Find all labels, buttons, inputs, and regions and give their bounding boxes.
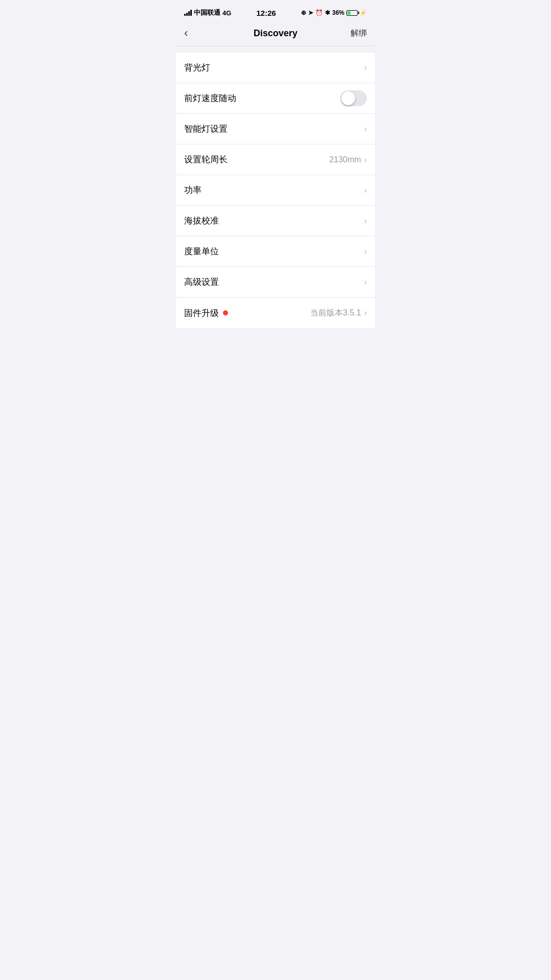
menu-item-right-measurement-unit: › xyxy=(364,247,367,256)
charging-icon: ⚡ xyxy=(360,10,367,16)
menu-label-wheel-circumference: 设置轮周长 xyxy=(184,154,228,165)
network-label: 4G xyxy=(222,9,231,17)
bluetooth-icon: ✱ xyxy=(325,9,330,16)
menu-item-left-measurement-unit: 度量单位 xyxy=(184,246,364,257)
menu-item-right-wheel-circumference: 2130mm› xyxy=(329,155,367,164)
menu-item-power[interactable]: 功率› xyxy=(176,175,375,206)
status-right: ⊕ ➤ ⏰ ✱ 36% ⚡ xyxy=(301,9,367,16)
menu-label-altitude-calibration: 海拔校准 xyxy=(184,215,219,227)
menu-label-front-light-speed: 前灯速度随动 xyxy=(184,92,236,104)
menu-item-smart-light[interactable]: 智能灯设置› xyxy=(176,114,375,144)
unbind-button[interactable]: 解绑 xyxy=(344,28,367,39)
menu-item-right-firmware-upgrade: 当前版本3.5.1› xyxy=(310,308,367,318)
signal-icon xyxy=(184,10,192,16)
page-title: Discovery xyxy=(254,28,297,39)
location-icon: ➤ xyxy=(308,9,313,16)
menu-value-firmware-upgrade: 当前版本3.5.1 xyxy=(310,308,361,318)
chevron-icon-backlight: › xyxy=(364,63,367,72)
toggle-track xyxy=(340,90,367,106)
menu-label-measurement-unit: 度量单位 xyxy=(184,246,219,257)
chevron-icon-smart-light: › xyxy=(364,125,367,134)
menu-item-left-wheel-circumference: 设置轮周长 xyxy=(184,154,329,165)
chevron-icon-altitude-calibration: › xyxy=(364,216,367,226)
menu-label-firmware-upgrade: 固件升级 xyxy=(184,307,219,319)
chevron-icon-advanced-settings: › xyxy=(364,278,367,287)
menu-item-right-front-light-speed xyxy=(340,90,367,106)
chevron-icon-measurement-unit: › xyxy=(364,247,367,256)
menu-label-backlight: 背光灯 xyxy=(184,62,210,74)
battery-percent: 36% xyxy=(332,9,344,16)
menu-item-left-front-light-speed: 前灯速度随动 xyxy=(184,92,340,104)
chevron-icon-firmware-upgrade: › xyxy=(364,308,367,317)
menu-label-smart-light: 智能灯设置 xyxy=(184,123,228,135)
toggle-front-light-speed[interactable] xyxy=(340,90,367,106)
menu-item-firmware-upgrade[interactable]: 固件升级当前版本3.5.1› xyxy=(176,298,375,328)
back-button[interactable]: ‹ xyxy=(184,27,207,40)
back-icon: ‹ xyxy=(184,27,188,39)
menu-item-left-altitude-calibration: 海拔校准 xyxy=(184,215,364,227)
toggle-thumb xyxy=(341,91,355,105)
menu-item-left-advanced-settings: 高级设置 xyxy=(184,276,364,288)
menu-item-left-power: 功率 xyxy=(184,184,364,196)
chevron-icon-power: › xyxy=(364,186,367,195)
menu-item-left-smart-light: 智能灯设置 xyxy=(184,123,364,135)
menu-item-backlight[interactable]: 背光灯› xyxy=(176,53,375,83)
menu-value-wheel-circumference: 2130mm xyxy=(329,155,361,164)
menu-item-left-backlight: 背光灯 xyxy=(184,62,364,74)
menu-label-advanced-settings: 高级设置 xyxy=(184,276,219,288)
menu-item-right-smart-light: › xyxy=(364,125,367,134)
menu-item-left-firmware-upgrade: 固件升级 xyxy=(184,307,310,319)
menu-item-advanced-settings[interactable]: 高级设置› xyxy=(176,267,375,298)
battery-icon xyxy=(346,10,358,16)
menu-item-front-light-speed[interactable]: 前灯速度随动 xyxy=(176,83,375,114)
status-time: 12:26 xyxy=(256,9,276,17)
menu-label-power: 功率 xyxy=(184,184,202,196)
carrier-label: 中国联通 xyxy=(194,8,220,17)
chevron-icon-wheel-circumference: › xyxy=(364,155,367,164)
menu-item-altitude-calibration[interactable]: 海拔校准› xyxy=(176,206,375,236)
alarm-icon: ⏰ xyxy=(315,9,323,16)
menu-item-right-backlight: › xyxy=(364,63,367,72)
status-bar: 中国联通 4G 12:26 ⊕ ➤ ⏰ ✱ 36% ⚡ xyxy=(176,0,375,22)
menu-item-wheel-circumference[interactable]: 设置轮周长2130mm› xyxy=(176,144,375,175)
menu-item-measurement-unit[interactable]: 度量单位› xyxy=(176,236,375,267)
menu-item-right-power: › xyxy=(364,186,367,195)
menu-item-right-advanced-settings: › xyxy=(364,278,367,287)
status-left: 中国联通 4G xyxy=(184,8,231,17)
lock-icon: ⊕ xyxy=(301,9,306,16)
nav-bar: ‹ Discovery 解绑 xyxy=(176,22,375,46)
bottom-space xyxy=(176,328,375,430)
notification-dot-firmware-upgrade xyxy=(223,310,228,315)
menu-item-right-altitude-calibration: › xyxy=(364,216,367,226)
menu-list: 背光灯›前灯速度随动 智能灯设置›设置轮周长2130mm›功率›海拔校准›度量单… xyxy=(176,53,375,328)
